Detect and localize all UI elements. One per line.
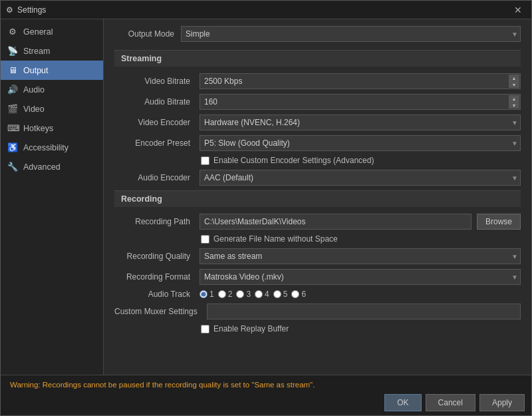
audio-bitrate-spinbox: ▲ ▼ bbox=[200, 94, 521, 110]
recording-format-select[interactable]: Matroska Video (.mkv) bbox=[200, 269, 521, 285]
streaming-section-header: Streaming bbox=[114, 50, 521, 67]
track-4-radio[interactable] bbox=[255, 290, 263, 298]
custom-muxer-row: Custom Muxer Settings bbox=[114, 304, 521, 319]
video-encoder-label: Video Encoder bbox=[114, 118, 194, 127]
browse-button[interactable]: Browse bbox=[477, 214, 521, 230]
sidebar-item-audio[interactable]: 🔊 Audio bbox=[1, 80, 103, 99]
audio-bitrate-control: ▲ ▼ bbox=[200, 94, 521, 110]
video-icon: 🎬 bbox=[7, 104, 18, 114]
video-encoder-control: Hardware (NVENC, H.264) ▼ bbox=[200, 114, 521, 130]
track-radio-4: 4 bbox=[255, 290, 269, 299]
recording-format-label: Recording Format bbox=[114, 272, 194, 282]
output-mode-row: Output Mode Simple Advanced ▼ bbox=[114, 26, 521, 42]
sidebar-item-stream[interactable]: 📡 Stream bbox=[1, 41, 103, 61]
recording-quality-select-wrapper: Same as stream ▼ bbox=[200, 248, 521, 264]
video-bitrate-label: Video Bitrate bbox=[114, 77, 194, 86]
audio-bitrate-input[interactable] bbox=[200, 94, 521, 110]
recording-path-input[interactable] bbox=[200, 214, 471, 230]
sidebar-item-video[interactable]: 🎬 Video bbox=[1, 99, 103, 118]
audio-bitrate-down[interactable]: ▼ bbox=[509, 102, 519, 108]
footer-buttons: OK Cancel Apply bbox=[7, 394, 525, 411]
track-1-radio[interactable] bbox=[200, 290, 207, 298]
close-button[interactable]: ✕ bbox=[510, 3, 526, 17]
apply-button[interactable]: Apply bbox=[479, 394, 525, 411]
sidebar-item-label: Advanced bbox=[23, 162, 61, 172]
audio-bitrate-arrows: ▲ ▼ bbox=[509, 95, 519, 108]
track-2-radio[interactable] bbox=[218, 290, 226, 298]
sidebar-item-advanced[interactable]: 🔧 Advanced bbox=[1, 157, 103, 176]
video-bitrate-down[interactable]: ▼ bbox=[509, 81, 519, 88]
cancel-button[interactable]: Cancel bbox=[426, 394, 475, 411]
custom-encoder-label[interactable]: Enable Custom Encoder Settings (Advanced… bbox=[213, 156, 374, 165]
custom-encoder-row: Enable Custom Encoder Settings (Advanced… bbox=[114, 156, 521, 165]
track-2-label: 2 bbox=[228, 290, 233, 299]
custom-muxer-control bbox=[207, 304, 521, 319]
titlebar-left: ⚙ Settings bbox=[6, 5, 46, 15]
audio-encoder-select[interactable]: AAC (Default) bbox=[200, 170, 521, 186]
recording-format-row: Recording Format Matroska Video (.mkv) ▼ bbox=[114, 269, 521, 285]
audio-encoder-select-wrapper: AAC (Default) ▼ bbox=[200, 170, 521, 186]
sidebar-item-label: Accessibility bbox=[23, 143, 68, 152]
recording-format-select-wrapper: Matroska Video (.mkv) ▼ bbox=[200, 269, 521, 285]
recording-quality-label: Recording Quality bbox=[114, 252, 194, 261]
accessibility-icon: ♿ bbox=[7, 142, 18, 152]
encoder-preset-select[interactable]: P5: Slow (Good Quality) bbox=[200, 135, 521, 151]
audio-tracks: 1 2 3 4 5 bbox=[200, 290, 306, 299]
recording-quality-select[interactable]: Same as stream bbox=[200, 248, 521, 264]
sidebar-item-general[interactable]: ⚙ General bbox=[1, 22, 103, 41]
sidebar-item-accessibility[interactable]: ♿ Accessibility bbox=[1, 138, 103, 157]
warning-text: Warning: Recordings cannot be paused if … bbox=[7, 379, 525, 390]
audio-bitrate-row: Audio Bitrate ▲ ▼ bbox=[114, 94, 521, 110]
gear-icon: ⚙ bbox=[7, 27, 18, 37]
sidebar: ⚙ General 📡 Stream 🖥 Output 🔊 Audio 🎬 Vi… bbox=[1, 19, 104, 375]
video-bitrate-up[interactable]: ▲ bbox=[509, 75, 519, 81]
hotkeys-icon: ⌨ bbox=[7, 123, 18, 133]
audio-encoder-label: Audio Encoder bbox=[114, 173, 194, 182]
ok-button[interactable]: OK bbox=[384, 394, 421, 411]
replay-buffer-label[interactable]: Enable Replay Buffer bbox=[213, 324, 289, 333]
audio-icon: 🔊 bbox=[7, 85, 18, 95]
audio-bitrate-up[interactable]: ▲ bbox=[509, 95, 519, 102]
custom-muxer-input[interactable] bbox=[207, 304, 521, 319]
sidebar-item-label: Stream bbox=[23, 47, 50, 56]
video-encoder-row: Video Encoder Hardware (NVENC, H.264) ▼ bbox=[114, 114, 521, 130]
video-bitrate-control: ▲ ▼ bbox=[200, 73, 521, 89]
video-bitrate-input[interactable] bbox=[200, 73, 521, 89]
recording-format-control: Matroska Video (.mkv) ▼ bbox=[200, 269, 521, 285]
content-area: Output Mode Simple Advanced ▼ Streaming … bbox=[104, 19, 531, 375]
output-mode-select-wrapper: Simple Advanced ▼ bbox=[181, 26, 521, 42]
stream-icon: 📡 bbox=[7, 46, 18, 56]
replay-buffer-row: Enable Replay Buffer bbox=[114, 324, 521, 333]
audio-track-label: Audio Track bbox=[114, 290, 194, 299]
video-encoder-select[interactable]: Hardware (NVENC, H.264) bbox=[200, 114, 521, 130]
custom-muxer-wrapper bbox=[207, 304, 521, 319]
generate-filename-label[interactable]: Generate File Name without Space bbox=[213, 234, 338, 244]
track-3-radio[interactable] bbox=[236, 290, 244, 298]
track-5-label: 5 bbox=[283, 290, 288, 299]
recording-path-row: Recording Path Browse bbox=[114, 214, 521, 230]
recording-quality-control: Same as stream ▼ bbox=[200, 248, 521, 264]
settings-icon: ⚙ bbox=[6, 5, 13, 15]
sidebar-item-output[interactable]: 🖥 Output bbox=[1, 61, 103, 80]
encoder-preset-select-wrapper: P5: Slow (Good Quality) ▼ bbox=[200, 135, 521, 151]
track-4-label: 4 bbox=[265, 290, 269, 299]
audio-track-row: Audio Track 1 2 3 bbox=[114, 290, 521, 299]
custom-encoder-checkbox[interactable] bbox=[201, 156, 209, 165]
replay-buffer-checkbox[interactable] bbox=[201, 325, 209, 333]
track-radio-5: 5 bbox=[273, 290, 288, 299]
sidebar-item-label: Output bbox=[23, 66, 49, 75]
main-content: ⚙ General 📡 Stream 🖥 Output 🔊 Audio 🎬 Vi… bbox=[1, 19, 531, 375]
sidebar-item-hotkeys[interactable]: ⌨ Hotkeys bbox=[1, 118, 103, 138]
encoder-preset-label: Encoder Preset bbox=[114, 138, 194, 148]
output-icon: 🖥 bbox=[7, 65, 18, 75]
titlebar: ⚙ Settings ✕ bbox=[1, 1, 531, 19]
track-5-radio[interactable] bbox=[273, 290, 281, 298]
video-encoder-select-wrapper: Hardware (NVENC, H.264) ▼ bbox=[200, 114, 521, 130]
settings-window: ⚙ Settings ✕ ⚙ General 📡 Stream 🖥 Output… bbox=[0, 0, 532, 416]
track-radio-1: 1 bbox=[200, 290, 214, 299]
generate-filename-checkbox[interactable] bbox=[201, 235, 209, 244]
recording-quality-row: Recording Quality Same as stream ▼ bbox=[114, 248, 521, 264]
audio-bitrate-label: Audio Bitrate bbox=[114, 97, 194, 106]
track-6-radio[interactable] bbox=[291, 290, 299, 298]
output-mode-select[interactable]: Simple Advanced bbox=[181, 26, 521, 42]
